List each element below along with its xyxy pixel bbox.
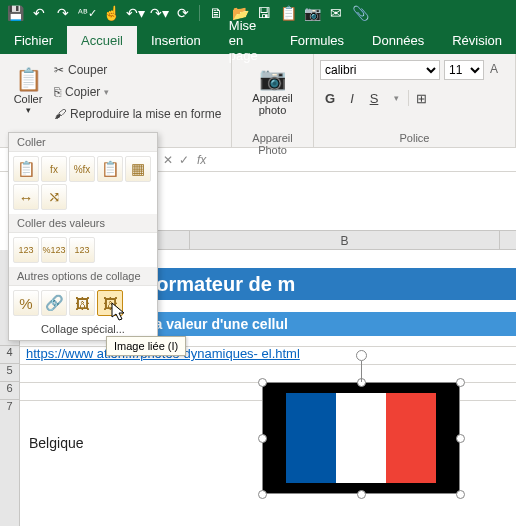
paste-all-icon[interactable]: 📋 xyxy=(13,156,39,182)
paste-formulas-icon[interactable]: fx xyxy=(41,156,67,182)
paste-other-title: Autres options de collage xyxy=(9,267,157,286)
font-size-select[interactable]: 11 xyxy=(444,60,484,80)
qat-separator xyxy=(199,5,200,21)
group-font: calibri 11 A G I S ▾ ⊞ Police xyxy=(314,54,516,147)
tab-donnees[interactable]: Données xyxy=(358,26,438,54)
row-header-5[interactable]: 5 xyxy=(0,364,20,382)
paste-icon[interactable]: 📋 xyxy=(277,2,299,24)
paste-values-source-icon[interactable]: 123 xyxy=(69,237,95,263)
grow-font-icon[interactable]: A xyxy=(488,60,500,80)
save-icon[interactable]: 💾 xyxy=(4,2,26,24)
row-header-7[interactable]: 7 xyxy=(0,400,20,526)
paste-button[interactable]: 📋 Coller ▾ xyxy=(6,56,50,126)
paste-picture-icon[interactable]: 🖼 xyxy=(69,290,95,316)
tab-fichier[interactable]: Fichier xyxy=(0,26,67,54)
chevron-down-icon: ▾ xyxy=(26,105,31,115)
copy-button[interactable]: ⎘Copier▾ xyxy=(54,82,221,102)
chevron-down-icon: ▾ xyxy=(104,87,109,97)
confirm-icon[interactable]: ✓ xyxy=(179,153,189,167)
undo-icon[interactable]: ↶ xyxy=(28,2,50,24)
font-group-label: Police xyxy=(320,132,509,147)
paste-link-icon[interactable]: 🔗 xyxy=(41,290,67,316)
row-header-6[interactable]: 6 xyxy=(0,382,20,400)
resize-handle-se[interactable] xyxy=(456,490,465,499)
paste-formulas-formats-icon[interactable]: %fx xyxy=(69,156,95,182)
brush-icon: 🖌 xyxy=(54,107,66,121)
camera-button[interactable]: 📷 Appareil photo xyxy=(238,56,307,126)
tab-insertion[interactable]: Insertion xyxy=(137,26,215,54)
redo-dropdown-icon[interactable]: ↷▾ xyxy=(148,2,170,24)
tab-formules[interactable]: Formules xyxy=(276,26,358,54)
mail-icon[interactable]: ✉ xyxy=(325,2,347,24)
paste-col-widths-icon[interactable]: ↔ xyxy=(13,184,39,210)
font-name-select[interactable]: calibri xyxy=(320,60,440,80)
rotate-handle[interactable] xyxy=(356,350,367,361)
fx-icon[interactable]: fx xyxy=(195,153,206,167)
tab-accueil[interactable]: Accueil xyxy=(67,26,137,54)
cancel-icon[interactable]: ✕ xyxy=(163,153,173,167)
camera-qat-icon[interactable]: 📷 xyxy=(301,2,323,24)
group-camera: 📷 Appareil photo Appareil Photo xyxy=(232,54,314,147)
clipboard-icon: 📋 xyxy=(15,67,42,93)
bold-button[interactable]: G xyxy=(320,91,340,106)
redo-icon[interactable]: ↷ xyxy=(52,2,74,24)
paste-dropdown-menu: Coller 📋 fx %fx 📋 ▦ ↔ ⤭ Coller des valeu… xyxy=(8,132,158,341)
paste-values-title: Coller des valeurs xyxy=(9,214,157,233)
paste-label: Coller xyxy=(14,93,43,105)
paste-transpose-icon[interactable]: ⤭ xyxy=(41,184,67,210)
paste-no-borders-icon[interactable]: ▦ xyxy=(125,156,151,182)
underline-button[interactable]: S xyxy=(364,91,384,106)
paste-menu-title: Coller xyxy=(9,133,157,152)
new-icon[interactable]: 🗎 xyxy=(205,2,227,24)
undo-dropdown-icon[interactable]: ↶▾ xyxy=(124,2,146,24)
refresh-icon[interactable]: ⟳ xyxy=(172,2,194,24)
resize-handle-s[interactable] xyxy=(357,490,366,499)
camera-icon: 📷 xyxy=(259,66,286,92)
cut-button[interactable]: ✂Couper xyxy=(54,60,221,80)
tab-mise-en-page[interactable]: Mise en page xyxy=(215,26,276,54)
resize-handle-nw[interactable] xyxy=(258,378,267,387)
resize-handle-w[interactable] xyxy=(258,434,267,443)
format-painter-button[interactable]: 🖌Reproduire la mise en forme xyxy=(54,104,221,124)
paste-linked-picture-icon[interactable]: 🖼 xyxy=(97,290,123,316)
camera-group-label: Appareil Photo xyxy=(238,132,307,147)
tab-revision[interactable]: Révision xyxy=(438,26,516,54)
image-selection xyxy=(262,382,460,494)
country-cell[interactable]: Belgique xyxy=(29,435,84,451)
paste-keep-source-icon[interactable]: 📋 xyxy=(97,156,123,182)
col-header-b[interactable]: B xyxy=(190,231,500,249)
ribbon-tabs: Fichier Accueil Insertion Mise en page F… xyxy=(0,26,516,54)
spellcheck-icon[interactable]: ᴬᴮ✓ xyxy=(76,2,98,24)
border-button[interactable]: ⊞ xyxy=(411,91,431,106)
tooltip: Image liée (I) xyxy=(106,336,186,356)
paste-values-number-icon[interactable]: %123 xyxy=(41,237,67,263)
attach-icon[interactable]: 📎 xyxy=(349,2,371,24)
row-header-4[interactable]: 4 xyxy=(0,346,20,364)
touch-icon[interactable]: ☝ xyxy=(100,2,122,24)
paste-format-icon[interactable]: % xyxy=(13,290,39,316)
paste-values-icon[interactable]: 123 xyxy=(13,237,39,263)
chevron-down-icon[interactable]: ▾ xyxy=(386,93,406,103)
resize-handle-ne[interactable] xyxy=(456,378,465,387)
italic-button[interactable]: I xyxy=(342,91,362,106)
resize-handle-sw[interactable] xyxy=(258,490,267,499)
scissors-icon: ✂ xyxy=(54,63,64,77)
copy-icon: ⎘ xyxy=(54,85,61,99)
resize-handle-e[interactable] xyxy=(456,434,465,443)
